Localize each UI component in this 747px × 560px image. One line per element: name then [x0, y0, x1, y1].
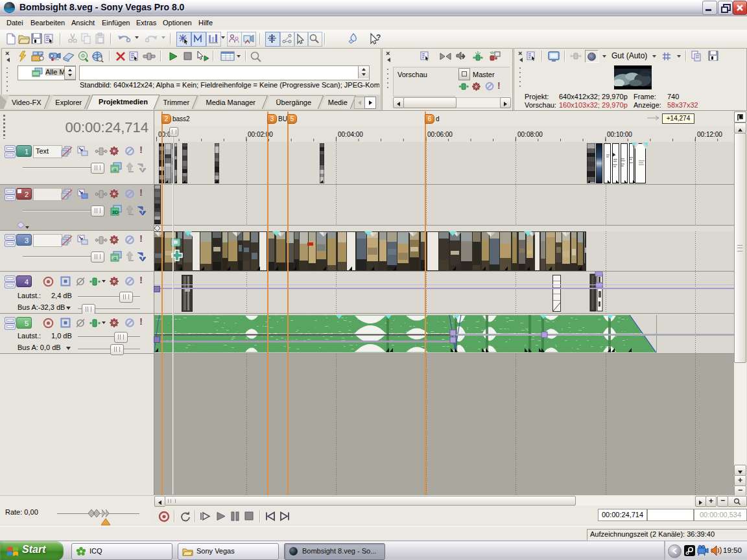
svg-text:α: α — [113, 167, 117, 172]
svg-text:3D: 3D — [112, 209, 119, 215]
svg-text:α: α — [113, 255, 117, 261]
svg-text:?: ? — [376, 33, 381, 42]
